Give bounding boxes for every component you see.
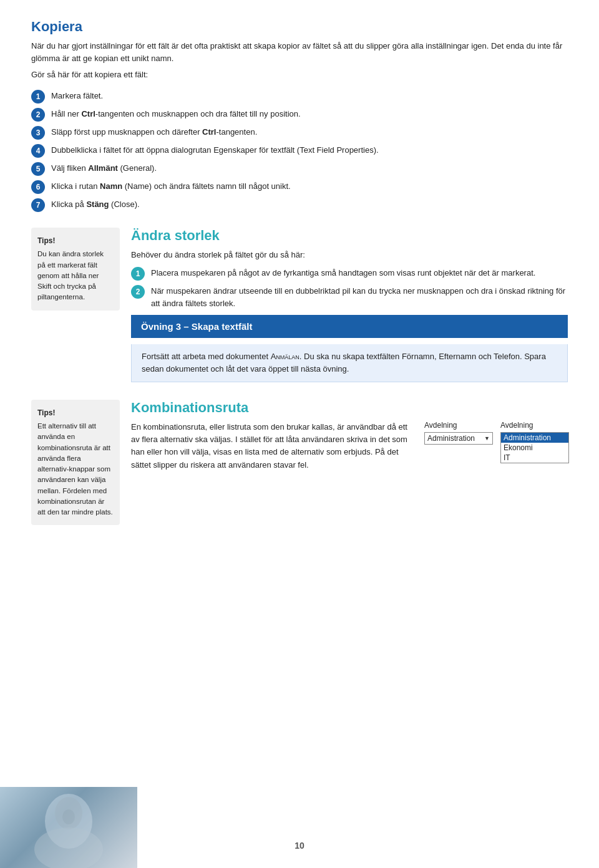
- kombinationsruta-title: Kombinationsruta: [131, 400, 568, 416]
- andrastorlek-intro: Behöver du ändra storlek på fältet gör d…: [131, 249, 568, 261]
- tips2-title: Tips!: [37, 407, 114, 418]
- step-4-circle: 4: [31, 144, 45, 158]
- demo-list-item-2[interactable]: IT: [501, 453, 568, 463]
- page-number: 10: [295, 841, 304, 851]
- andrastorlek-step-1: 1 Placera muspekaren på något av de fyrk…: [131, 267, 568, 281]
- exercise-body-text: Fortsätt att arbeta med dokumentet Anmäl…: [142, 352, 546, 374]
- step-1-text: Markera fältet.: [51, 90, 568, 102]
- step-3-text: Släpp först upp musknappen och därefter …: [51, 126, 568, 138]
- andrastorlek-steps: 1 Placera muspekaren på något av de fyrk…: [131, 267, 568, 310]
- anmalan-text: Anmälan: [271, 352, 300, 361]
- kopiera-step-5: 5 Välj fliken Allmänt (General).: [31, 162, 568, 176]
- andrastorlek-step-2-circle: 2: [131, 285, 145, 299]
- kopiera-para2: Gör så här för att kopiera ett fält:: [31, 69, 568, 81]
- step-5-circle: 5: [31, 162, 45, 176]
- demo-dropdown[interactable]: Administration ▼: [424, 432, 493, 445]
- kopiera-steps: 1 Markera fältet. 2 Håll ner Ctrl-tangen…: [31, 90, 568, 216]
- kopiera-section: Kopiera När du har gjort inställningar f…: [31, 19, 568, 216]
- andrastorlek-title: Ändra storlek: [131, 228, 568, 244]
- exercise-header: Övning 3 – Skapa textfält: [131, 315, 568, 338]
- kopiera-title: Kopiera: [31, 19, 568, 35]
- step-6-circle: 6: [31, 180, 45, 194]
- exercise-title: Övning 3 – Skapa textfält: [141, 321, 252, 332]
- kopiera-step-1: 1 Markera fältet.: [31, 90, 568, 104]
- andrastorlek-step-1-circle: 1: [131, 267, 145, 281]
- tips1-box: Tips! Du kan ändra storlek på ett marker…: [31, 228, 120, 310]
- exercise-body: Fortsätt att arbeta med dokumentet Anmäl…: [131, 344, 568, 382]
- tips1-title: Tips!: [37, 235, 114, 246]
- demo-list-item-0[interactable]: Administration: [501, 433, 568, 443]
- andrastorlek-step-2: 2 När muspekaren ändrar utseende till en…: [131, 285, 568, 310]
- tips1-text: Du kan ändra storlek på ett markerat fäl…: [37, 249, 114, 302]
- demo-list-item-1[interactable]: Ekonomi: [501, 443, 568, 453]
- photo-area: [0, 787, 137, 868]
- demo-label-2: Avdelning: [500, 421, 569, 430]
- bottom-section: Tips! Ett alternativ till att använda en…: [31, 400, 568, 525]
- step-2-text: Håll ner Ctrl-tangenten och musknappen o…: [51, 108, 568, 120]
- tips2-box: Tips! Ett alternativ till att använda en…: [31, 400, 120, 525]
- andrastorlek-step-2-text: När muspekaren ändrar utseende till en d…: [151, 285, 568, 310]
- kombinationsruta-demo: Avdelning Administration ▼ Avdelning Adm…: [424, 421, 568, 463]
- kopiera-step-6: 6 Klicka i rutan Namn (Name) och ändra f…: [31, 180, 568, 194]
- andrastorlek-step-1-text: Placera muspekaren på något av de fyrkan…: [151, 267, 568, 279]
- kopiera-step-3: 3 Släpp först upp musknappen och därefte…: [31, 126, 568, 140]
- andrastorlek-right: Ändra storlek Behöver du ändra storlek p…: [131, 228, 568, 382]
- photo-face: [0, 787, 137, 868]
- kombinationsruta-body: En kombinationsruta, eller listruta som …: [131, 421, 409, 471]
- kopiera-step-7: 7 Klicka på Stäng (Close).: [31, 198, 568, 212]
- demo-list: Administration Ekonomi IT: [500, 432, 569, 463]
- step-5-text: Välj fliken Allmänt (General).: [51, 162, 568, 175]
- step-6-text: Klicka i rutan Namn (Name) och ändra fäl…: [51, 180, 568, 193]
- kopiera-step-2: 2 Håll ner Ctrl-tangenten och musknappen…: [31, 108, 568, 122]
- kombinationsruta-text: En kombinationsruta, eller listruta som …: [131, 421, 409, 475]
- step-2-circle: 2: [31, 108, 45, 122]
- tips1-area: Tips! Du kan ändra storlek på ett marker…: [31, 228, 131, 382]
- page: Kopiera När du har gjort inställningar f…: [0, 0, 599, 868]
- dropdown-arrow-icon: ▼: [484, 435, 490, 441]
- kopiera-para1: När du har gjort inställningar för ett f…: [31, 40, 568, 65]
- andrastorlek-section: Tips! Du kan ändra storlek på ett marker…: [31, 228, 568, 382]
- step-7-circle: 7: [31, 198, 45, 212]
- step-3-circle: 3: [31, 126, 45, 140]
- kombinationsruta-section: Kombinationsruta En kombinationsruta, el…: [131, 400, 568, 525]
- step-4-text: Dubbelklicka i fältet för att öppna dial…: [51, 144, 568, 157]
- kombinationsruta-layout: En kombinationsruta, eller listruta som …: [131, 421, 568, 475]
- demo-col-1: Avdelning Administration ▼: [424, 421, 493, 463]
- svg-point-3: [62, 809, 75, 824]
- svg-point-2: [34, 827, 103, 868]
- demo-dropdown-value: Administration: [427, 434, 475, 443]
- demo-col-2: Avdelning Administration Ekonomi IT: [500, 421, 569, 463]
- face-illustration: [12, 787, 125, 868]
- kopiera-step-4: 4 Dubbelklicka i fältet för att öppna di…: [31, 144, 568, 158]
- step-7-text: Klicka på Stäng (Close).: [51, 198, 568, 211]
- step-1-circle: 1: [31, 90, 45, 104]
- demo-label-1: Avdelning: [424, 421, 493, 430]
- tips2-area: Tips! Ett alternativ till att använda en…: [31, 400, 131, 525]
- tips2-text: Ett alternativ till att använda en kombi…: [37, 421, 114, 518]
